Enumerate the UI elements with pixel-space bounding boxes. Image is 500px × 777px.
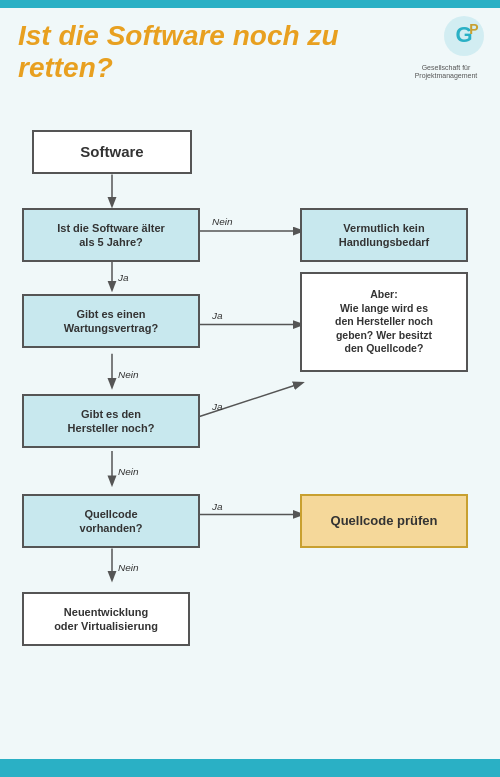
logo: G P Gesellschaft für Projektmanagement xyxy=(406,14,486,81)
q4-box: Quellcode vorhanden? xyxy=(22,494,200,548)
o1-box: Vermutlich kein Handlungsbedarf xyxy=(300,208,468,262)
o2-box: Aber: Wie lange wird es den Hersteller n… xyxy=(300,272,468,372)
top-bar xyxy=(0,0,500,8)
start-box: Software xyxy=(32,130,192,174)
q1-box: Ist die Software älter als 5 Jahre? xyxy=(22,208,200,262)
svg-text:Nein: Nein xyxy=(212,216,233,227)
svg-line-8 xyxy=(198,383,302,417)
q3-box: Gibt es den Hersteller noch? xyxy=(22,394,200,448)
flowchart: Nein Ja Ja Nein Ja Nein Ja Nein Software… xyxy=(12,120,488,753)
main-title: Ist die Software noch zu retten? xyxy=(18,20,348,84)
svg-text:Ja: Ja xyxy=(211,310,223,321)
svg-text:Nein: Nein xyxy=(118,369,139,380)
svg-text:Ja: Ja xyxy=(211,401,223,412)
svg-text:Nein: Nein xyxy=(118,467,139,478)
svg-text:Ja: Ja xyxy=(211,501,223,512)
o4-box: Neuentwicklung oder Virtualisierung xyxy=(22,592,190,646)
q2-box: Gibt es einen Wartungsvertrag? xyxy=(22,294,200,348)
svg-text:P: P xyxy=(469,21,478,37)
o3-box: Quellcode prüfen xyxy=(300,494,468,548)
svg-text:Ja: Ja xyxy=(117,272,129,283)
svg-text:Nein: Nein xyxy=(118,562,139,573)
logo-icon: G P xyxy=(442,14,486,58)
bottom-bar xyxy=(0,759,500,777)
logo-text: Gesellschaft für Projektmanagement xyxy=(406,64,486,81)
